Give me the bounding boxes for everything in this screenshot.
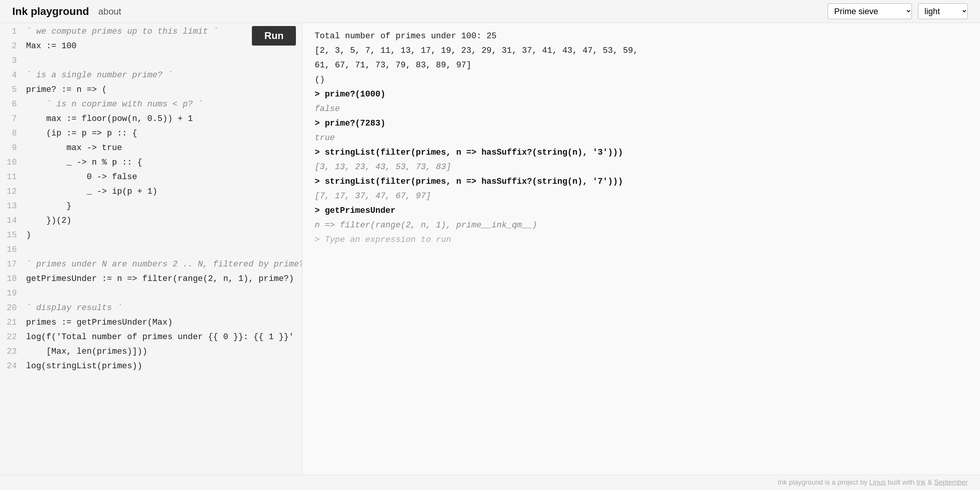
line-number: 12 <box>3 185 23 199</box>
header-controls: Prime sieve Hello World Fibonacci Factor… <box>828 3 968 19</box>
footer-link-ink[interactable]: Ink <box>916 479 926 486</box>
code-content[interactable]: ` we compute primes up to this limit `Ma… <box>23 24 302 374</box>
code-line: 0 -> false <box>23 170 302 185</box>
line-number: 8 <box>3 126 23 141</box>
footer-link-september[interactable]: September <box>934 479 968 486</box>
code-line: [Max, len(primes)])) <box>23 345 302 359</box>
code-line: _ -> ip(p + 1) <box>23 185 302 199</box>
code-line <box>23 243 302 257</box>
app-title: Ink playground <box>12 5 89 18</box>
code-line: primes := getPrimesUnder(Max) <box>23 315 302 330</box>
code-line: ` is n coprime with nums < p? ` <box>23 97 302 112</box>
header: Ink playground about Prime sieve Hello W… <box>0 0 980 23</box>
code-line: log(stringList(primes)) <box>23 359 302 374</box>
output-line: [7, 17, 37, 47, 67, 97] <box>315 189 968 204</box>
output-line: true <box>315 131 968 145</box>
output-line: > stringList(filter(primes, n => hasSuff… <box>315 145 968 160</box>
code-line: ` is a single number prime? ` <box>23 68 302 83</box>
line-number: 6 <box>3 97 23 112</box>
output-panel: Total number of primes under 100: 25[2, … <box>302 23 980 475</box>
editor-panel: Run 123456789101112131415161718192021222… <box>0 23 302 475</box>
line-number: 11 <box>3 170 23 185</box>
output-line: > Type an expression to run <box>315 233 968 247</box>
editor-body: 123456789101112131415161718192021222324 … <box>0 23 302 374</box>
output-line: > prime?(1000) <box>315 87 968 102</box>
line-number: 16 <box>3 243 23 257</box>
line-number: 2 <box>3 39 23 54</box>
output-line: > getPrimesUnder <box>315 204 968 218</box>
output-line: [3, 13, 23, 43, 53, 73, 83] <box>315 160 968 175</box>
code-line: ` display results ` <box>23 301 302 315</box>
line-number: 5 <box>3 83 23 97</box>
theme-select[interactable]: light dark <box>918 3 968 19</box>
code-line: _ -> n % p :: { <box>23 155 302 170</box>
line-number: 19 <box>3 286 23 301</box>
code-line: (ip := p => p :: { <box>23 126 302 141</box>
code-line: max -> true <box>23 141 302 155</box>
output-line: 61, 67, 71, 73, 79, 83, 89, 97] <box>315 58 968 73</box>
line-number: 17 <box>3 257 23 272</box>
line-number: 13 <box>3 199 23 214</box>
line-number: 23 <box>3 345 23 359</box>
code-line: prime? := n => ( <box>23 83 302 97</box>
line-number: 22 <box>3 330 23 345</box>
line-number: 4 <box>3 68 23 83</box>
line-number: 1 <box>3 24 23 39</box>
output-line: > stringList(filter(primes, n => hasSuff… <box>315 175 968 189</box>
line-number: 10 <box>3 155 23 170</box>
output-line: [2, 3, 5, 7, 11, 13, 17, 19, 23, 29, 31,… <box>315 44 968 58</box>
code-line: getPrimesUnder := n => filter(range(2, n… <box>23 272 302 286</box>
code-line: log(f('Total number of primes under {{ 0… <box>23 330 302 345</box>
main-content: Run 123456789101112131415161718192021222… <box>0 23 980 475</box>
line-number: 14 <box>3 214 23 228</box>
line-number: 15 <box>3 228 23 243</box>
line-number: 21 <box>3 315 23 330</box>
about-link[interactable]: about <box>98 6 121 17</box>
line-number: 24 <box>3 359 23 374</box>
footer: Ink playground is a project by Linus bui… <box>0 475 980 490</box>
code-line: })(2) <box>23 214 302 228</box>
line-number: 3 <box>3 54 23 68</box>
output-line: () <box>315 73 968 87</box>
code-line: max := floor(pow(n, 0.5)) + 1 <box>23 112 302 126</box>
code-line <box>23 54 302 68</box>
run-button[interactable]: Run <box>252 26 296 46</box>
output-line: false <box>315 102 968 116</box>
line-number: 7 <box>3 112 23 126</box>
footer-text: Ink playground is a project by Linus bui… <box>778 479 968 487</box>
line-number: 18 <box>3 272 23 286</box>
line-numbers: 123456789101112131415161718192021222324 <box>0 24 23 374</box>
preset-select[interactable]: Prime sieve Hello World Fibonacci Factor… <box>828 3 912 19</box>
code-line: } <box>23 199 302 214</box>
footer-link-linus[interactable]: Linus <box>869 479 886 486</box>
code-line: ` primes under N are numbers 2 .. N, fil… <box>23 257 302 272</box>
code-line <box>23 286 302 301</box>
line-number: 20 <box>3 301 23 315</box>
code-line: ) <box>23 228 302 243</box>
output-line: Total number of primes under 100: 25 <box>315 29 968 44</box>
line-number: 9 <box>3 141 23 155</box>
output-line: n => filter(range(2, n, 1), prime__ink_q… <box>315 218 968 233</box>
output-line: > prime?(7283) <box>315 116 968 131</box>
